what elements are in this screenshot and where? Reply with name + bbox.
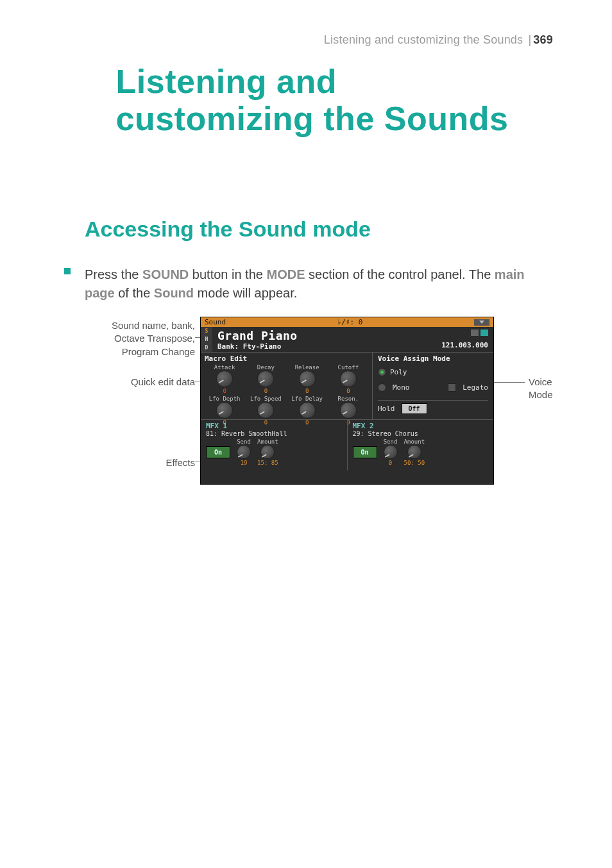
knob-control[interactable] <box>257 371 274 387</box>
knob-control[interactable] <box>216 402 233 419</box>
mfx2-name[interactable]: 29: Stereo Chorus <box>353 430 489 437</box>
right-callouts: Voice Mode <box>529 376 567 402</box>
sound-header: S N D Grand Piano Bank: Fty-Piano <box>201 327 493 353</box>
running-head-separator: | <box>528 33 531 46</box>
keyword-mode: MODE <box>266 267 305 281</box>
legato-label: Legato <box>463 383 488 392</box>
legato-checkbox[interactable] <box>448 383 456 392</box>
knob-control[interactable] <box>216 371 233 387</box>
bullet-icon <box>64 268 71 274</box>
knob-control[interactable] <box>340 371 357 387</box>
poly-radio[interactable] <box>378 368 386 376</box>
mfx2-amount-knob[interactable] <box>407 445 421 459</box>
mono-label: Mono <box>393 383 410 392</box>
window-titlebar: Sound ♭/♯: 0 <box>201 317 493 327</box>
section-title: Accessing the Sound mode <box>85 217 371 242</box>
callout-sound-name: Sound name, bank, Octave Transpose, Prog… <box>83 319 195 358</box>
knob-control[interactable] <box>299 402 316 419</box>
transpose-indicator: ♭/♯: 0 <box>337 318 363 326</box>
keyword-sound-mode: Sound <box>154 286 194 300</box>
macro-edit-title: Macro Edit <box>205 355 368 363</box>
chapter-title-line2: customizing the Sounds <box>116 100 509 137</box>
info-icon[interactable] <box>480 330 488 336</box>
knob-control[interactable] <box>299 371 316 387</box>
hold-toggle[interactable]: Off <box>402 403 427 414</box>
knob-decay: Decay0 <box>246 364 285 394</box>
mfx1-on-button[interactable]: On <box>206 446 230 458</box>
callout-effects: Effects <box>166 456 195 469</box>
chapter-title: Listening and customizing the Sounds <box>116 63 580 137</box>
keyword-sound: SOUND <box>142 267 189 281</box>
diagram: Sound name, bank, Octave Transpose, Prog… <box>83 317 567 509</box>
mfx2-send-knob[interactable] <box>384 445 398 459</box>
window-title: Sound <box>205 318 226 326</box>
knob-control[interactable] <box>257 402 274 419</box>
lead-line <box>494 382 525 383</box>
mfx1-title: MFX 1 <box>206 422 342 430</box>
running-head: Listening and customizing the Sounds |36… <box>324 33 553 47</box>
screenshot: Sound ♭/♯: 0 S N D Grand Piano Bank: Fty… <box>200 317 494 485</box>
program-change: 121.003.000 <box>441 341 488 349</box>
poly-label: Poly <box>390 368 407 376</box>
callout-voice-mode: Voice Mode <box>529 376 567 402</box>
slider-icon[interactable] <box>471 330 479 336</box>
mfx2-title: MFX 2 <box>353 422 489 430</box>
hold-label: Hold <box>378 405 395 413</box>
macro-edit-panel: Macro Edit Attack0Decay0Release0Cutoff0 … <box>201 353 373 419</box>
body-paragraph: Press the SOUND button in the MODE secti… <box>85 265 553 303</box>
voice-assign-panel: Voice Assign Mode Poly Mono Legato Hold <box>373 353 493 419</box>
knob-control[interactable] <box>340 402 357 419</box>
sound-bank: Bank: Fty-Piano <box>217 342 405 351</box>
running-head-text: Listening and customizing the Sounds <box>324 33 523 46</box>
mfx2-panel: MFX 2 29: Stereo Chorus On Send 0 Amount… <box>347 420 494 471</box>
mfx1-panel: MFX 1 81: Reverb SmoothHall On Send 19 A… <box>201 420 347 471</box>
chapter-title-line1: Listening and <box>116 63 337 100</box>
knob-cutoff: Cutoff0 <box>328 364 368 394</box>
voice-assign-title: Voice Assign Mode <box>378 355 488 363</box>
knob-attack: Attack0 <box>205 364 244 394</box>
page-number: 369 <box>533 33 553 46</box>
mono-radio[interactable] <box>378 383 386 392</box>
callout-quick-edit: Quick edit data <box>131 376 195 388</box>
knob-release: Release0 <box>287 364 327 394</box>
chapter-number: 35 <box>59 63 101 104</box>
dropdown-icon[interactable] <box>474 319 489 326</box>
mfx1-amount-knob[interactable] <box>260 445 275 459</box>
mfx1-name[interactable]: 81: Reverb SmoothHall <box>206 430 342 437</box>
snd-badge: S N D <box>201 327 212 352</box>
chapter-heading: 35 Listening and customizing the Sounds <box>59 63 580 137</box>
mfx2-on-button[interactable]: On <box>353 446 377 458</box>
sound-name[interactable]: Grand Piano <box>217 329 405 342</box>
header-icons <box>471 330 488 336</box>
mfx1-send-knob[interactable] <box>237 445 251 459</box>
